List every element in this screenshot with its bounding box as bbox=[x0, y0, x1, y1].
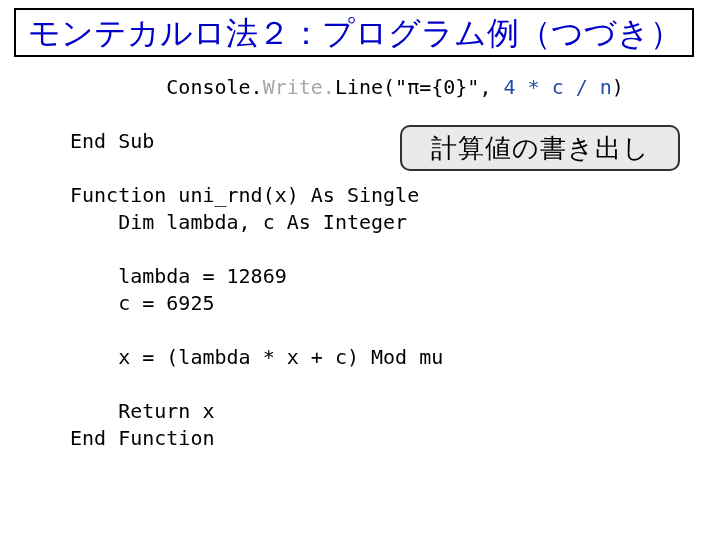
code-line-8: lambda = 12869 bbox=[70, 264, 287, 288]
title-box: モンテカルロ法２：プログラム例（つづき） bbox=[14, 8, 694, 57]
code-line-1c: Line("π={0}", bbox=[335, 75, 504, 99]
code-line-6: Dim lambda, c As Integer bbox=[70, 210, 407, 234]
code-line-1b: Write. bbox=[263, 75, 335, 99]
code-line-3: End Sub bbox=[70, 129, 154, 153]
code-line-14: End Function bbox=[70, 426, 215, 450]
code-line-11: x = (lambda * x + c) Mod mu bbox=[70, 345, 443, 369]
code-line-5: Function uni_rnd(x) As Single bbox=[70, 183, 419, 207]
code-line-1a: Console. bbox=[70, 75, 263, 99]
slide-title: モンテカルロ法２：プログラム例（つづき） bbox=[28, 16, 680, 51]
code-line-1e: ) bbox=[612, 75, 624, 99]
code-line-1d: 4 * c / n bbox=[503, 75, 611, 99]
callout-box: 計算値の書き出し bbox=[400, 125, 680, 171]
code-line-9: c = 6925 bbox=[70, 291, 215, 315]
callout-text: 計算値の書き出し bbox=[431, 131, 650, 166]
code-line-13: Return x bbox=[70, 399, 215, 423]
